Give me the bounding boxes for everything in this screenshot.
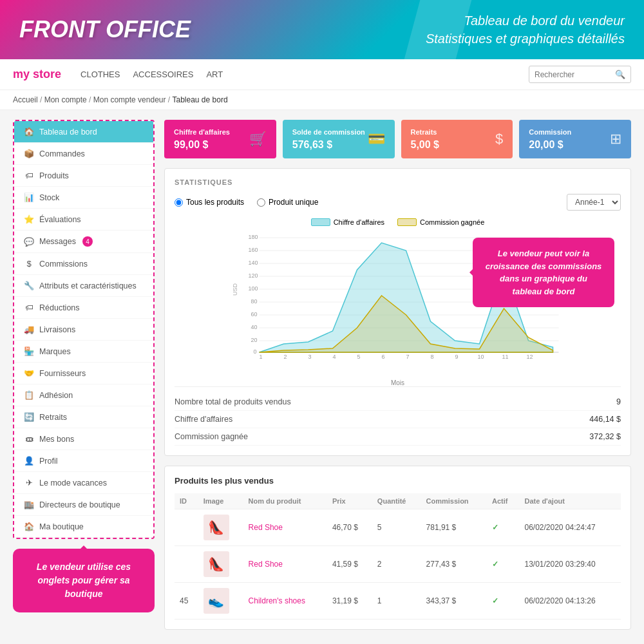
svg-text:40: 40 [251, 324, 258, 330]
summary-row-2: Commission gagnée 372,32 $ [175, 428, 621, 446]
chart-legend: Chiffre d'affaires Commission gagnée [175, 218, 621, 226]
svg-text:1: 1 [260, 354, 263, 360]
svg-text:12: 12 [527, 354, 533, 360]
sidebar-item-marques[interactable]: 🏪 Marques [14, 341, 153, 363]
marques-icon: 🏪 [24, 346, 34, 356]
radio-unique[interactable]: Produit unique [257, 198, 318, 207]
summary-row-1: Chiffre d'affaires 446,14 $ [175, 411, 621, 428]
dollar-icon: $ [495, 131, 503, 147]
table-row: 45 👟 Children's shoes 31,19 $ 1 343,37 $… [175, 583, 621, 620]
sidebar-item-mes-bons[interactable]: 🎟 Mes bons [14, 428, 153, 450]
header-banner: FRONT OFFICE Tableau de bord du vendeur … [0, 0, 644, 59]
sidebar-item-evaluations[interactable]: ⭐ Évaluations [14, 209, 153, 231]
col-image: Image [198, 493, 243, 509]
nav-clothes[interactable]: CLOTHES [80, 70, 120, 79]
store-logo: my store [13, 68, 61, 81]
svg-text:20: 20 [251, 337, 258, 343]
fournisseurs-icon: 🤝 [24, 368, 34, 378]
col-date: Date d'ajout [519, 493, 621, 509]
nav-accessoires[interactable]: ACCESSOIRES [133, 70, 193, 79]
sidebar-item-adhesion[interactable]: 📋 Adhésion [14, 384, 153, 406]
right-panel: Chiffre d'affaires 99,00 $ 🛒 Solde de co… [155, 120, 631, 630]
active-check-2: ✓ [492, 596, 498, 605]
year-select[interactable]: Année-1 [567, 194, 621, 211]
sidebar-item-stock[interactable]: 📊 Stock [14, 187, 153, 209]
evaluations-icon: ⭐ [24, 214, 34, 224]
sidebar-item-produits[interactable]: 🏷 Produits [14, 165, 153, 187]
sidebar-item-profil[interactable]: 👤 Profil [14, 450, 153, 472]
product-link-2[interactable]: Children's shoes [249, 596, 305, 605]
svg-text:180: 180 [249, 234, 258, 240]
svg-text:3: 3 [308, 354, 312, 360]
stat-card-retraits: Retraits 5,00 $ $ [401, 120, 513, 158]
commissions-icon: $ [24, 259, 34, 269]
sidebar-item-directeurs[interactable]: 🏬 Directeurs de boutique [14, 494, 153, 516]
search-icon: 🔍 [615, 70, 625, 79]
stats-cards: Chiffre d'affaires 99,00 $ 🛒 Solde de co… [164, 120, 631, 158]
sidebar-item-ma-boutique[interactable]: 🏠 Ma boutique [14, 516, 153, 538]
svg-text:7: 7 [406, 354, 410, 360]
breadcrumb-mon-compte-vendeur[interactable]: Mon compte vendeur [93, 95, 166, 104]
svg-text:4: 4 [333, 354, 336, 360]
boutique-icon: 🏠 [24, 522, 34, 531]
radio-tous[interactable]: Tous les produits [175, 198, 244, 207]
sidebar-item-commissions[interactable]: $ Commissions [14, 253, 153, 275]
sidebar-item-retraits[interactable]: 🔄 Retraits [14, 406, 153, 428]
statistics-title: STATISTIQUES [175, 178, 621, 186]
livraisons-icon: 🚚 [24, 325, 34, 334]
table-row: 👠 Red Shoe 41,59 $ 2 277,43 $ ✓ 13/01/20… [175, 546, 621, 583]
legend-yellow-color [397, 218, 417, 226]
chart-tooltip: Le vendeur peut voir la croissance des c… [473, 238, 614, 307]
sidebar-item-attributs[interactable]: 🔧 Attributs et caractéristiques [14, 275, 153, 297]
products-table: ID Image Nom du produit Prix Quantité Co… [175, 493, 621, 620]
mois-label: Mois [175, 379, 621, 386]
product-image-2: 👟 [204, 588, 229, 614]
legend-chiffre: Chiffre d'affaires [311, 218, 384, 226]
svg-text:100: 100 [249, 285, 258, 292]
col-quantite: Quantité [372, 493, 421, 509]
breadcrumb: Accueil / Mon compte / Mon compte vendeu… [0, 90, 644, 110]
svg-text:USD: USD [232, 283, 238, 296]
stat-card-chiffre: Chiffre d'affaires 99,00 $ 🛒 [164, 120, 276, 158]
product-link-1[interactable]: Red Shoe [249, 560, 283, 569]
stat-card-commission: Commission 20,00 $ ⊞ [519, 120, 631, 158]
header-subtitle: Tableau de bord du vendeur Statistiques … [426, 12, 625, 48]
sidebar-item-tableau-de-bord[interactable]: 🏠 Tableau de bord [14, 121, 153, 143]
sidebar-item-vacances[interactable]: ✈ Le mode vacances [14, 472, 153, 494]
col-commission: Commission [421, 493, 487, 509]
svg-text:6: 6 [382, 354, 385, 360]
svg-text:10: 10 [478, 354, 484, 360]
col-nom: Nom du produit [243, 493, 327, 509]
active-check-0: ✓ [492, 523, 498, 532]
legend-commission: Commission gagnée [397, 218, 484, 226]
table-row: 👠 Red Shoe 46,70 $ 5 781,91 $ ✓ 06/02/20… [175, 509, 621, 546]
breadcrumb-accueil[interactable]: Accueil [13, 95, 38, 104]
summary-row-0: Nombre total de produits vendus 9 [175, 393, 621, 411]
breadcrumb-mon-compte[interactable]: Mon compte [44, 95, 87, 104]
stats-filters: Tous les produits Produit unique Année-1 [175, 194, 621, 211]
nav-art[interactable]: ART [206, 70, 223, 79]
product-image-0: 👠 [204, 515, 229, 540]
svg-text:0: 0 [254, 348, 257, 355]
svg-text:5: 5 [357, 354, 361, 360]
product-image-1: 👠 [204, 551, 229, 577]
directeurs-icon: 🏬 [24, 500, 34, 509]
products-title: Produits les plus vendus [175, 476, 621, 486]
search-input[interactable] [535, 70, 612, 79]
svg-text:120: 120 [249, 272, 258, 279]
sidebar-item-fournisseurs[interactable]: 🤝 Fournisseurs [14, 363, 153, 384]
sidebar-item-commandes[interactable]: 📦 Commandes [14, 143, 153, 165]
sidebar-item-livraisons[interactable]: 🚚 Livraisons [14, 319, 153, 341]
product-link-0[interactable]: Red Shoe [249, 523, 283, 532]
cart-icon: 🛒 [249, 131, 267, 147]
orders-icon: 📦 [24, 149, 34, 158]
products-section: Produits les plus vendus ID Image Nom du… [164, 466, 631, 630]
svg-text:160: 160 [249, 247, 258, 253]
sidebar-item-messages[interactable]: 💬 Messages 4 [14, 231, 153, 253]
header-title: FRONT OFFICE [19, 16, 191, 43]
attributs-icon: 🔧 [24, 281, 34, 290]
active-check-1: ✓ [492, 560, 498, 569]
sidebar-item-reductions[interactable]: 🏷 Réductions [14, 297, 153, 319]
svg-text:60: 60 [251, 311, 258, 317]
retraits-icon: 🔄 [24, 412, 34, 422]
